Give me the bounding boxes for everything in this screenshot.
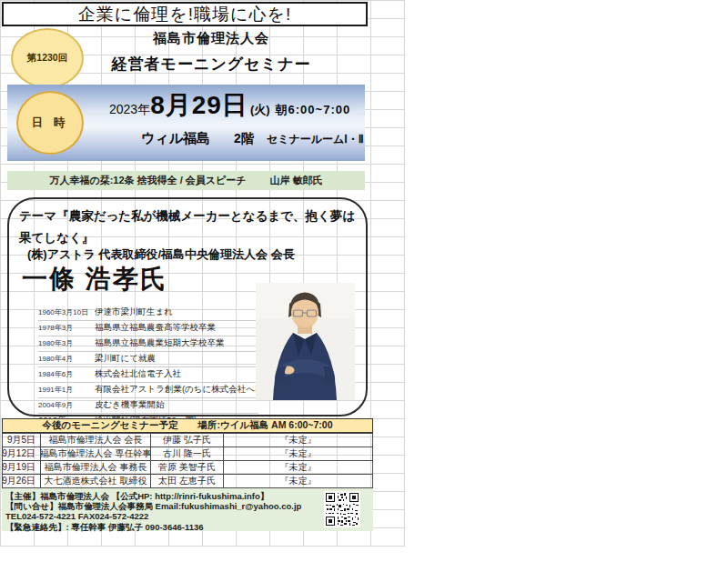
theme-panel: テーマ『農家だった私が機械メーカーとなるまで、抱く夢は果てしなく』 (株)アスト…: [7, 197, 368, 416]
profile-event: 福島県立福島農業短期大学校卒業: [95, 337, 258, 349]
schedule-name: 太田 左恵子氏: [151, 475, 224, 488]
profile-event: 皮むき機事業開始: [95, 399, 258, 411]
schedule-date: 9月19日: [3, 461, 41, 475]
date-main: 8月29日: [150, 88, 248, 123]
profile-date: 1978年3月: [38, 323, 95, 333]
upcoming-schedule-header: 今後のモーニングセミナー予定 場所:ウイル福島 AM 6:00~7:00: [2, 418, 373, 433]
profile-event: 福島県立福島農蚕高等学校卒業: [95, 322, 258, 334]
schedule-date: 9月5日: [3, 434, 41, 447]
datetime-badge-label: 日 時: [32, 115, 68, 131]
date-weekday: (火): [250, 102, 270, 118]
schedule-topic: 『未定』: [224, 447, 373, 461]
schedule-role: 大七酒造株式会社 取締役: [41, 475, 151, 488]
profile-date: 1960年3月10日: [38, 307, 95, 317]
footer-contact: 【問い合せ】福島市倫理法人会事務局 Email:fukushimashi_r@y…: [5, 501, 373, 511]
upcoming-schedule-table: 9月5日 福島市倫理法人会 会長 伊藤 弘子氏 『未定』 9月12日 福島市倫理…: [2, 433, 373, 488]
venue-name: ウィル福島: [141, 130, 210, 147]
contact-footer: 【主催】福島市倫理法人会 【公式HP: http://rinri-fukushi…: [2, 488, 373, 531]
profile-event: 有限会社アストラ創業(のちに株式会社へ改組): [95, 384, 275, 396]
speaker-name: 一條 浩孝氏: [22, 262, 167, 296]
profile-row: 1991年1月 有限会社アストラ創業(のちに株式会社へ改組): [38, 383, 258, 398]
profile-row: 1978年3月 福島県立福島農蚕高等学校卒業: [38, 321, 258, 336]
schedule-role: 福島市倫理法人会 事務長: [41, 461, 151, 475]
slogan-banner: 企業に倫理を!職場に心を!: [2, 2, 368, 26]
profile-row: 1960年3月10日 伊達市梁川町生まれ: [38, 306, 258, 321]
footer-organizer: 【主催】福島市倫理法人会 【公式HP: http://rinri-fukushi…: [5, 491, 373, 501]
slogan-text: 企業に倫理を!職場に心を!: [78, 3, 291, 26]
schedule-name: 古川 隆一氏: [151, 447, 224, 461]
schedule-role: 福島市倫理法人会 専任幹事: [41, 447, 151, 461]
schedule-date: 9月26日: [3, 475, 41, 488]
schedule-role: 福島市倫理法人会 会長: [41, 434, 151, 447]
profile-date: 1980年4月: [38, 354, 95, 364]
speaker-profile: 1960年3月10日 伊達市梁川町生まれ 1978年3月 福島県立福島農蚕高等学…: [38, 306, 258, 429]
upcoming-place: 場所:ウイル福島 AM 6:00~7:00: [197, 419, 332, 432]
speech-speaker: 山岸 敏郎氏: [270, 174, 323, 187]
schedule-topic: 『未定』: [224, 475, 373, 488]
session-number: 第1230回: [27, 52, 67, 65]
profile-date: 1980年3月: [38, 338, 95, 348]
profile-date: 2004年9月: [38, 400, 95, 410]
schedule-name: 伊藤 弘子氏: [151, 434, 224, 447]
seminar-title: 経営者モーニングセミナー: [55, 54, 368, 75]
member-speech-bar: 万人幸福の栞:12条 捨我得全 / 会員スピーチ 山岸 敏郎氏: [7, 171, 365, 190]
profile-event: 伊達市梁川町生まれ: [95, 306, 258, 318]
speaker-photo: [256, 283, 355, 400]
venue-line: ウィル福島 2階 セミナールームⅠ・Ⅱ: [141, 130, 364, 147]
profile-row: 1984年6月 株式会社北信電子入社: [38, 367, 258, 383]
profile-row: 1980年4月 梁川町にて就農: [38, 352, 258, 367]
datetime-badge: 日 時: [16, 91, 84, 155]
profile-event: 梁川町にて就農: [95, 353, 258, 365]
profile-row: 1980年3月 福島県立福島農業短期大学校卒業: [38, 336, 258, 352]
profile-event: 株式会社北信電子入社: [95, 368, 258, 380]
schedule-topic: 『未定』: [224, 461, 373, 475]
footer-tel-fax: TEL024-572-4221 FAX024-572-4222: [5, 511, 373, 521]
speech-text: 万人幸福の栞:12条 捨我得全 / 会員スピーチ: [49, 174, 246, 187]
schedule-name: 菅原 美智子氏: [151, 461, 224, 475]
venue-room: セミナールームⅠ・Ⅱ: [267, 132, 364, 147]
footer-emergency: 【緊急連絡先】: 専任幹事 伊藤弘子 090-3646-1136: [5, 522, 373, 532]
profile-row: 2004年9月 皮むき機事業開始: [38, 398, 258, 414]
venue-floor: 2階: [234, 131, 254, 147]
session-number-badge: 第1230回: [11, 28, 84, 88]
speaker-affiliation: (株)アストラ 代表取締役/福島中央倫理法人会 会長: [27, 246, 364, 263]
org-name: 福島市倫理法人会: [55, 30, 368, 47]
profile-date: 1984年6月: [38, 369, 95, 379]
profile-date: 1991年1月: [38, 385, 95, 395]
schedule-date: 9月12日: [3, 447, 41, 461]
flyer-page: 企業に倫理を!職場に心を! 福島市倫理法人会 経営者モーニングセミナー 第123…: [0, 0, 728, 572]
upcoming-title: 今後のモーニングセミナー予定: [42, 419, 177, 432]
date-time: 朝6:00~7:00: [276, 102, 351, 118]
qr-code-icon: [324, 491, 360, 527]
theme-title: テーマ『農家だった私が機械メーカーとなるまで、抱く夢は果てしなく』: [19, 206, 363, 248]
date-year: 2023年: [109, 102, 150, 118]
date-line: 2023年 8月29日 (火) 朝6:00~7:00: [109, 88, 350, 123]
schedule-topic: 『未定』: [224, 434, 373, 447]
